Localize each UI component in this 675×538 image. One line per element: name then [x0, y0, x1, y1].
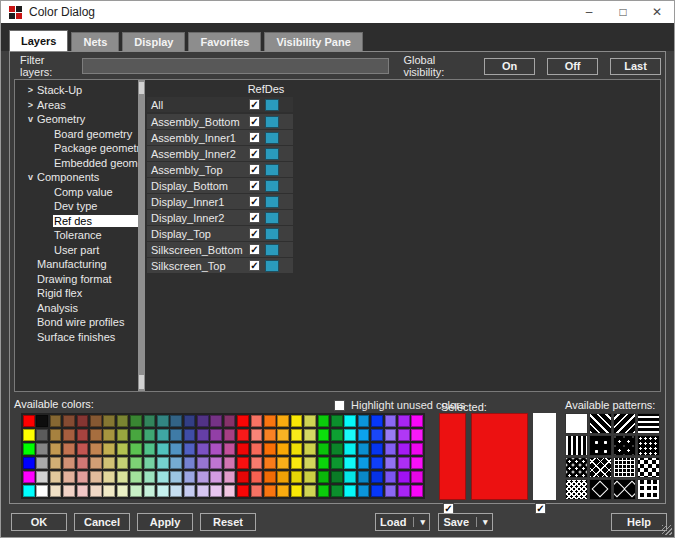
pattern-swatch-diagonal-forward[interactable]	[613, 413, 636, 434]
refdes-color-swatch[interactable]	[265, 99, 279, 111]
color-swatch[interactable]	[63, 415, 75, 427]
color-swatch[interactable]	[398, 429, 410, 441]
color-swatch[interactable]	[170, 457, 182, 469]
color-swatch[interactable]	[385, 415, 397, 427]
color-swatch[interactable]	[291, 471, 303, 483]
color-swatch[interactable]	[344, 457, 356, 469]
color-swatch[interactable]	[117, 415, 129, 427]
color-swatch[interactable]	[385, 485, 397, 497]
pattern-swatch-dots-sparse[interactable]	[589, 435, 612, 456]
layer-row-display-inner2[interactable]: Display_Inner2✓	[147, 210, 293, 225]
tab-nets[interactable]: Nets	[71, 32, 119, 51]
color-swatch[interactable]	[36, 443, 48, 455]
tab-layers[interactable]: Layers	[9, 30, 68, 51]
color-swatch[interactable]	[224, 471, 236, 483]
refdes-visibility-checkbox[interactable]: ✓	[249, 196, 260, 207]
color-swatch[interactable]	[170, 415, 182, 427]
color-swatch[interactable]	[184, 485, 196, 497]
color-swatch[interactable]	[318, 443, 330, 455]
color-swatch[interactable]	[224, 415, 236, 427]
color-swatch[interactable]	[371, 429, 383, 441]
pattern-swatch-diagonal-lattice[interactable]	[589, 457, 612, 478]
pattern-swatch-diamond-outline[interactable]	[589, 479, 612, 500]
pattern-swatch-dense-crosshatch[interactable]	[565, 479, 588, 500]
color-swatch[interactable]	[371, 457, 383, 469]
color-swatch[interactable]	[264, 471, 276, 483]
highlight-unused-checkbox[interactable]	[334, 400, 345, 411]
color-swatch[interactable]	[130, 443, 142, 455]
color-swatch[interactable]	[318, 429, 330, 441]
tree-item-rigid-flex[interactable]: Rigid flex	[15, 286, 138, 301]
refdes-color-swatch[interactable]	[265, 132, 279, 144]
color-swatch[interactable]	[224, 429, 236, 441]
color-swatch[interactable]	[184, 429, 196, 441]
color-swatch[interactable]	[36, 471, 48, 483]
color-swatch[interactable]	[304, 443, 316, 455]
color-swatch[interactable]	[291, 457, 303, 469]
color-swatch[interactable]	[144, 471, 156, 483]
refdes-visibility-checkbox[interactable]: ✓	[249, 228, 260, 239]
color-swatch[interactable]	[344, 485, 356, 497]
color-swatch[interactable]	[264, 485, 276, 497]
refdes-color-swatch[interactable]	[265, 148, 279, 160]
color-swatch[interactable]	[237, 485, 249, 497]
color-swatch[interactable]	[411, 443, 423, 455]
color-swatch[interactable]	[237, 429, 249, 441]
color-swatch[interactable]	[344, 443, 356, 455]
color-swatch[interactable]	[291, 415, 303, 427]
color-swatch[interactable]	[90, 457, 102, 469]
tree-item-areas[interactable]: >Areas	[15, 98, 138, 113]
reset-button[interactable]: Reset	[200, 513, 256, 531]
color-swatch[interactable]	[251, 415, 263, 427]
color-swatch[interactable]	[103, 471, 115, 483]
color-swatch[interactable]	[130, 415, 142, 427]
color-swatch[interactable]	[157, 415, 169, 427]
color-swatch[interactable]	[77, 471, 89, 483]
color-swatch[interactable]	[144, 443, 156, 455]
apply-button[interactable]: Apply	[137, 513, 193, 531]
color-swatch[interactable]	[371, 443, 383, 455]
color-swatch[interactable]	[63, 429, 75, 441]
pattern-swatch-horizontal-lines[interactable]	[637, 413, 660, 434]
refdes-visibility-checkbox[interactable]: ✓	[249, 180, 260, 191]
color-swatch[interactable]	[184, 443, 196, 455]
resize-grip-icon[interactable]	[662, 525, 672, 535]
color-swatch[interactable]	[197, 415, 209, 427]
color-swatch[interactable]	[210, 415, 222, 427]
color-swatch[interactable]	[331, 471, 343, 483]
color-swatch[interactable]	[197, 457, 209, 469]
chevron-down-icon[interactable]: ▾	[476, 517, 488, 527]
pattern-swatch-solid[interactable]	[565, 413, 588, 434]
color-swatch[interactable]	[371, 471, 383, 483]
color-swatch[interactable]	[411, 485, 423, 497]
tab-display[interactable]: Display	[122, 32, 185, 51]
color-swatch[interactable]	[36, 485, 48, 497]
color-swatch[interactable]	[103, 485, 115, 497]
color-swatch[interactable]	[144, 429, 156, 441]
close-button[interactable]: ✕	[640, 1, 674, 23]
color-swatch[interactable]	[277, 485, 289, 497]
color-swatch[interactable]	[157, 457, 169, 469]
color-swatch[interactable]	[90, 429, 102, 441]
color-swatch[interactable]	[157, 471, 169, 483]
color-swatch[interactable]	[251, 485, 263, 497]
color-swatch[interactable]	[170, 443, 182, 455]
pattern-swatch-waffle-grid[interactable]	[637, 479, 660, 500]
color-swatch[interactable]	[264, 443, 276, 455]
color-swatch[interactable]	[90, 471, 102, 483]
tree-item-drawing-format[interactable]: Drawing format	[15, 272, 138, 287]
tree-item-ref-des[interactable]: Ref des	[15, 214, 138, 229]
refdes-visibility-checkbox[interactable]: ✓	[249, 260, 260, 271]
color-swatch[interactable]	[264, 429, 276, 441]
color-swatch[interactable]	[210, 457, 222, 469]
color-swatch[interactable]	[304, 415, 316, 427]
color-swatch[interactable]	[237, 443, 249, 455]
color-swatch[interactable]	[277, 429, 289, 441]
color-swatch[interactable]	[90, 443, 102, 455]
color-swatch[interactable]	[277, 443, 289, 455]
pattern-swatch-polka-dots[interactable]	[637, 457, 660, 478]
layer-row-display-inner1[interactable]: Display_Inner1✓	[147, 194, 293, 209]
color-swatch[interactable]	[157, 485, 169, 497]
color-swatch[interactable]	[103, 415, 115, 427]
refdes-color-swatch[interactable]	[265, 116, 279, 128]
